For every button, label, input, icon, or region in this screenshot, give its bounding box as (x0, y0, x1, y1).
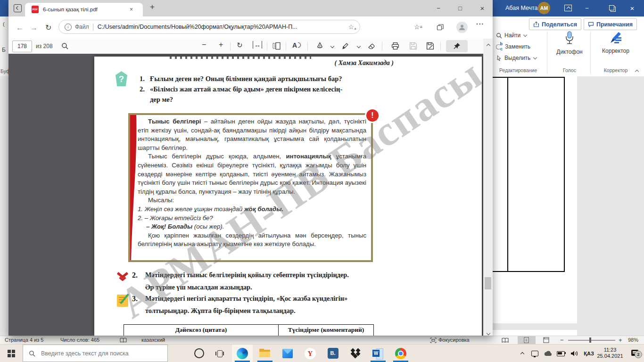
scroll-down-icon[interactable] (483, 329, 493, 336)
zoom-slider-thumb[interactable] (589, 337, 591, 343)
active-tab[interactable]: PDF 6-сынып қазақ тілі.pdf × (25, 3, 143, 16)
ribbon-separator (547, 32, 547, 74)
tray-clock[interactable]: 11:23 25.04.2021 (595, 347, 625, 359)
replace-button[interactable]: b c Заменить (496, 43, 530, 50)
word-close-button[interactable]: × (625, 0, 639, 16)
erase-icon[interactable] (368, 42, 376, 50)
status-page[interactable]: Страница 4 из 5 (5, 336, 43, 344)
word-icon: W (372, 348, 384, 359)
action-center-button[interactable]: 2 (627, 345, 643, 362)
rule-box-text: Тыныс белгілері – айтайын деген ойды жаз… (138, 117, 366, 249)
word-table-border (490, 271, 565, 272)
taskbar-word-button[interactable]: W (368, 345, 388, 362)
tab-actions-icon[interactable] (14, 4, 22, 12)
tray-volume-button[interactable] (568, 345, 581, 362)
edge-minimize-button[interactable]: − (430, 0, 446, 16)
draw-menu-chevron[interactable] (330, 44, 334, 48)
taskbar-vk-button[interactable]: В. (322, 345, 343, 362)
rotate-icon[interactable]: ↻ (237, 41, 243, 49)
favorites-bar-icon[interactable]: ☆≡ (414, 23, 422, 31)
taskbar-explorer-button[interactable] (255, 345, 275, 362)
dictate-button[interactable]: Диктофон (551, 31, 588, 55)
editor-button[interactable]: Корректор (594, 31, 637, 54)
read-mode-icon[interactable] (501, 337, 509, 343)
mail-icon (282, 348, 293, 359)
word-account-name[interactable]: Абая Мечта (505, 5, 538, 11)
save-as-icon[interactable] (426, 42, 434, 50)
explorer-icon (259, 349, 271, 358)
taskbar-search[interactable] (23, 345, 168, 362)
pdf-toolbar: 178 из 208 − + ↻ ↔ A (8, 39, 493, 54)
read-aloud-icon[interactable]: A (292, 41, 301, 49)
save-icon[interactable] (409, 42, 417, 50)
tray-expand-button[interactable] (516, 345, 528, 362)
taskbar-edge-button[interactable] (232, 345, 253, 362)
word-minimize-button[interactable]: − (580, 0, 594, 16)
tab-close-icon[interactable]: × (130, 6, 133, 13)
edge-close-button[interactable]: × (474, 0, 490, 16)
restore-icon-back (609, 5, 614, 10)
notification-count-badge: 2 (635, 351, 642, 358)
search-input[interactable] (40, 350, 155, 357)
zoom-in-button[interactable]: + (619, 336, 622, 344)
pdf-page: ( Хамза Хакимзада ) ? 1.Ғылым деген не? … (94, 57, 482, 336)
cortana-button[interactable] (189, 345, 209, 362)
tray-battery-button[interactable] (554, 345, 568, 362)
word-avatar[interactable]: AM (538, 2, 550, 14)
tray-onedrive-button[interactable] (541, 345, 554, 362)
page-number-input[interactable]: 178 (12, 41, 32, 52)
find-button[interactable]: Найти (496, 32, 527, 39)
print-layout-button[interactable] (518, 336, 536, 344)
start-button[interactable] (1, 345, 22, 362)
search-icon (29, 350, 35, 357)
comments-button[interactable]: Примечания (584, 18, 637, 30)
page-view-icon[interactable] (272, 42, 281, 50)
address-bar[interactable]: i Файл | C:/Users/admin/Documents/Новый%… (58, 20, 360, 34)
web-layout-icon[interactable] (543, 337, 549, 343)
status-word-count[interactable]: Число слов: 465 (60, 336, 99, 344)
task-view-button[interactable] (209, 345, 230, 362)
tray-display-button[interactable] (528, 345, 541, 362)
zoom-percent[interactable]: 98% (628, 336, 638, 344)
pdf-search-icon[interactable] (61, 42, 68, 49)
ribbon-display-options-icon[interactable] (564, 5, 572, 11)
zoom-in-icon[interactable]: + (219, 41, 223, 49)
info-icon[interactable]: i (65, 24, 72, 31)
pdf-scrollbar[interactable] (483, 39, 493, 336)
taskbar-chrome-button[interactable] (390, 345, 411, 362)
scroll-up-icon[interactable] (483, 40, 493, 46)
word-restore-button[interactable] (605, 0, 619, 16)
settings-more-icon[interactable]: ··· (476, 20, 484, 28)
print-icon[interactable] (391, 42, 399, 50)
taskbar-mail-button[interactable] (277, 345, 298, 362)
status-focus[interactable]: Фокусировка (438, 336, 470, 344)
collections-icon[interactable] (437, 24, 444, 31)
tray-language[interactable]: ҚАЗ (581, 345, 597, 362)
taskbar-yandex-button[interactable]: Y (300, 345, 321, 362)
share-button[interactable]: Поделиться (529, 18, 581, 30)
status-language[interactable]: казахский (141, 336, 165, 344)
new-tab-button[interactable]: + (150, 2, 155, 12)
edge-maximize-button[interactable]: □ (452, 0, 468, 16)
citation-table: Дәйексөз (цитата) Түсіндірме (комментари… (124, 324, 374, 336)
reload-icon[interactable]: ↻ (45, 16, 51, 39)
taskbar-dropbox-button[interactable] (345, 345, 366, 362)
fit-width-icon[interactable]: ↔ (253, 41, 262, 49)
ribbon-separator (590, 32, 591, 74)
alert-badge-icon: ! (366, 109, 379, 122)
zoom-out-icon[interactable]: − (202, 41, 206, 49)
zoom-slider-track[interactable] (568, 340, 615, 341)
select-button[interactable]: Выделить (496, 55, 537, 61)
forward-icon[interactable]: → (30, 16, 38, 39)
back-icon[interactable]: ← (16, 16, 24, 39)
scrollbar-thumb[interactable] (485, 277, 491, 289)
zoom-out-button[interactable]: − (560, 336, 564, 344)
highlight-menu-chevron[interactable] (357, 44, 361, 48)
pin-toolbar-button[interactable] (446, 40, 468, 52)
add-favorite-icon[interactable]: ☆+ (348, 23, 354, 31)
draw-icon[interactable] (316, 42, 324, 50)
highlight-icon[interactable] (341, 42, 349, 50)
profile-avatar[interactable] (456, 22, 468, 33)
pdf-file-icon: PDF (32, 6, 39, 13)
proofing-icon[interactable] (120, 337, 127, 343)
